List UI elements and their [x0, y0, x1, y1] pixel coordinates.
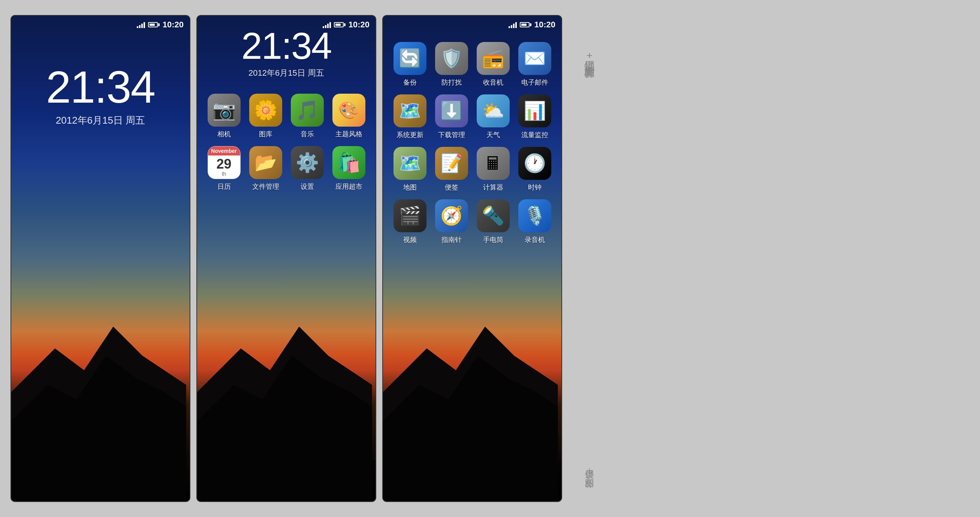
theme-icon: 🎨 — [332, 94, 365, 127]
home1-date: 2012年6月15日 周五 — [197, 67, 375, 79]
phones-container: 10:20 21:34 2012年6月15日 周五 🔒 ›› — [0, 4, 980, 513]
app-gallery[interactable]: 🌼 图库 — [245, 90, 286, 142]
calendar-month: November — [208, 146, 240, 156]
app-backup[interactable]: 🔄 备份 — [389, 38, 431, 91]
app-camera[interactable]: 📷 相机 — [203, 90, 245, 142]
app-download[interactable]: ⬇️ 下载管理 — [431, 91, 472, 143]
lock-date: 2012年6月15日 周五 — [11, 114, 189, 127]
app-flashlight[interactable]: 🔦 手电筒 — [472, 196, 514, 248]
email-icon: ✉️ — [518, 42, 551, 75]
lock-clock: 21:34 — [11, 64, 189, 110]
settings-label: 设置 — [301, 182, 314, 191]
files-icon: 📂 — [249, 146, 282, 179]
app-appstore[interactable]: 🛍️ 应用超市 — [328, 142, 369, 195]
compass-icon: 🧭 — [435, 199, 468, 232]
app-calculator[interactable]: 🖩 计算器 — [472, 143, 514, 196]
app-radio[interactable]: 📻 收音机 — [472, 38, 514, 91]
app-calendar[interactable]: November 29 th 日历 — [203, 142, 245, 195]
app-compass[interactable]: 🧭 指南针 — [431, 196, 472, 248]
clock-icon: 🕐 — [518, 147, 551, 180]
phone-home-screen-1: 10:20 21:34 2012年6月15日 周五 📷 相机 🌼 图库 — [196, 15, 376, 502]
home1-app-grid: 📷 相机 🌼 图库 🎵 音乐 🎨 — [197, 86, 375, 202]
app-traffic[interactable]: 📊 流量监控 — [514, 91, 555, 143]
maps-label: 地图 — [403, 183, 417, 192]
backup-label: 备份 — [403, 78, 417, 87]
app-video[interactable]: 🎬 视频 — [389, 196, 431, 248]
flashlight-icon: 🔦 — [477, 199, 510, 232]
calendar-suffix: th — [222, 171, 226, 177]
gallery-label: 图库 — [259, 130, 272, 138]
compass-label: 指南针 — [441, 235, 462, 244]
battery-icon-home2 — [520, 22, 531, 27]
update-icon: 🗺️ — [393, 94, 426, 127]
app-antivirus[interactable]: 🛡️ 防打扰 — [431, 38, 472, 91]
status-bar-content-home2: 10:20 — [509, 20, 555, 30]
app-settings[interactable]: ⚙️ 设置 — [286, 142, 328, 195]
app-notes[interactable]: 📝 便签 — [431, 143, 472, 196]
camera-label: 相机 — [217, 130, 231, 138]
maps-icon: 🗺️ — [393, 147, 426, 180]
music-icon: 🎵 — [291, 94, 324, 127]
signal-icon-home1 — [323, 21, 331, 28]
app-clock[interactable]: 🕐 时钟 — [514, 143, 555, 196]
settings-icon: ⚙️ — [291, 146, 324, 179]
appstore-icon: 🛍️ — [332, 146, 365, 179]
side-panel: 锁屏+图标大赛 锁屏＋图标 — [565, 15, 614, 502]
app-music[interactable]: 🎵 音乐 — [286, 90, 328, 142]
battery-icon — [148, 22, 160, 27]
weather-label: 天气 — [487, 130, 500, 139]
video-label: 视频 — [403, 235, 417, 244]
signal-icon-home2 — [509, 21, 517, 28]
notes-label: 便签 — [445, 183, 458, 192]
home2-app-grid: 🔄 备份 🛡️ 防打扰 📻 收音机 ✉️ — [383, 16, 562, 256]
notes-icon: 📝 — [435, 147, 468, 180]
camera-icon: 📷 — [208, 94, 240, 127]
backup-icon: 🔄 — [393, 42, 426, 75]
calculator-icon: 🖩 — [477, 147, 510, 180]
status-time-home2: 10:20 — [535, 20, 555, 30]
clock-label: 时钟 — [528, 183, 541, 192]
status-time-home1: 10:20 — [348, 20, 369, 30]
video-icon: 🎬 — [393, 199, 426, 232]
status-bar-content: 10:20 — [137, 20, 184, 30]
signal-icon — [137, 21, 145, 28]
app-update[interactable]: 🗺️ 系统更新 — [389, 91, 431, 143]
radio-icon: 📻 — [477, 42, 510, 75]
files-label: 文件管理 — [252, 182, 279, 191]
app-recorder[interactable]: 🎙️ 录音机 — [514, 196, 555, 248]
recorder-icon: 🎙️ — [518, 199, 551, 232]
battery-icon-home1 — [334, 22, 345, 27]
status-bar-home2: 10:20 — [383, 16, 562, 34]
theme-label: 主题风格 — [336, 130, 363, 138]
recorder-label: 录音机 — [525, 235, 545, 244]
phone-lock-screen: 10:20 21:34 2012年6月15日 周五 🔒 ›› — [11, 15, 190, 502]
download-icon: ⬇️ — [435, 94, 468, 127]
gallery-icon: 🌼 — [249, 94, 282, 127]
app-maps[interactable]: 🗺️ 地图 — [389, 143, 431, 196]
email-label: 电子邮件 — [521, 78, 548, 87]
app-theme[interactable]: 🎨 主题风格 — [328, 90, 369, 142]
music-label: 音乐 — [301, 130, 314, 138]
calculator-label: 计算器 — [483, 183, 503, 192]
lock-time: 21:34 2012年6月15日 周五 — [11, 64, 189, 127]
status-time: 10:20 — [163, 20, 184, 30]
status-bar-home1: 10:20 — [197, 16, 375, 34]
status-bar: 10:20 — [11, 16, 189, 34]
antivirus-icon: 🛡️ — [435, 42, 468, 75]
phone-home-screen-2: 10:20 🔄 备份 🛡️ 防打扰 📻 — [382, 15, 562, 502]
appstore-label: 应用超市 — [336, 182, 363, 191]
app-email[interactable]: ✉️ 电子邮件 — [514, 38, 555, 91]
weather-icon: ⛅ — [477, 94, 510, 127]
radio-label: 收音机 — [483, 78, 503, 87]
calendar-icon: November 29 th — [208, 146, 240, 179]
calendar-label: 日历 — [217, 182, 231, 191]
traffic-icon: 📊 — [518, 94, 551, 127]
app-weather[interactable]: ⛅ 天气 — [472, 91, 514, 143]
side-text-bottom: 锁屏＋图标 — [584, 463, 595, 472]
app-files[interactable]: 📂 文件管理 — [245, 142, 286, 195]
antivirus-label: 防打扰 — [441, 78, 462, 87]
calendar-day: 29 — [216, 157, 231, 171]
flashlight-label: 手电筒 — [483, 235, 503, 244]
update-label: 系统更新 — [396, 130, 423, 139]
download-label: 下载管理 — [438, 130, 465, 139]
